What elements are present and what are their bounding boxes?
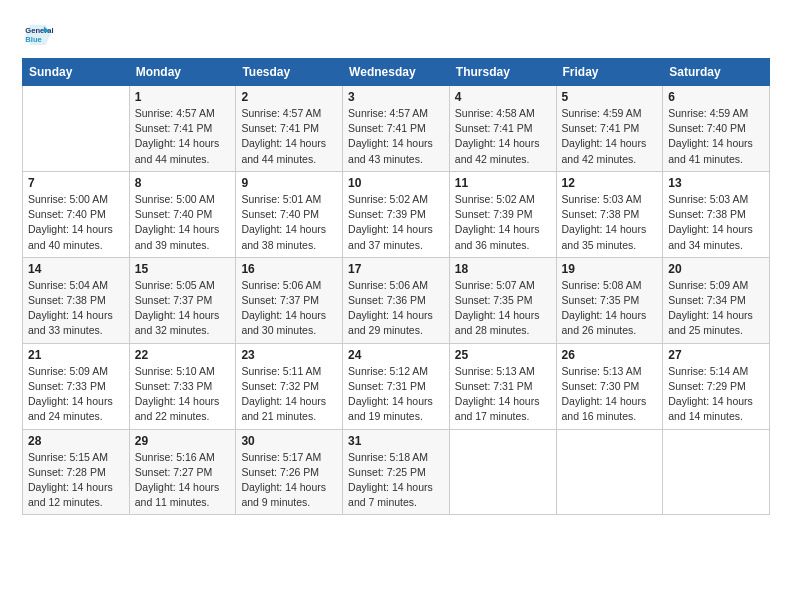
sunset-text: Sunset: 7:41 PM <box>135 122 213 134</box>
day-info: Sunrise: 4:59 AMSunset: 7:40 PMDaylight:… <box>668 106 764 167</box>
svg-text:Blue: Blue <box>25 35 41 44</box>
daylight-minutes: and 36 minutes. <box>455 239 530 251</box>
calendar-cell: 22Sunrise: 5:10 AMSunset: 7:33 PMDayligh… <box>129 343 236 429</box>
day-info: Sunrise: 5:13 AMSunset: 7:31 PMDaylight:… <box>455 364 551 425</box>
day-info: Sunrise: 5:03 AMSunset: 7:38 PMDaylight:… <box>668 192 764 253</box>
sunrise-text: Sunrise: 4:57 AM <box>241 107 321 119</box>
calendar-cell: 2Sunrise: 4:57 AMSunset: 7:41 PMDaylight… <box>236 86 343 172</box>
daylight-hours: Daylight: 14 hours <box>562 395 647 407</box>
daylight-hours: Daylight: 14 hours <box>241 223 326 235</box>
weekday-header-tuesday: Tuesday <box>236 59 343 86</box>
logo: General Blue <box>22 18 58 50</box>
day-number: 27 <box>668 348 764 362</box>
day-info: Sunrise: 4:58 AMSunset: 7:41 PMDaylight:… <box>455 106 551 167</box>
day-number: 7 <box>28 176 124 190</box>
daylight-hours: Daylight: 14 hours <box>135 395 220 407</box>
sunset-text: Sunset: 7:41 PM <box>455 122 533 134</box>
sunrise-text: Sunrise: 5:18 AM <box>348 451 428 463</box>
calendar-cell: 26Sunrise: 5:13 AMSunset: 7:30 PMDayligh… <box>556 343 663 429</box>
daylight-minutes: and 32 minutes. <box>135 324 210 336</box>
calendar-cell <box>556 429 663 515</box>
day-info: Sunrise: 4:57 AMSunset: 7:41 PMDaylight:… <box>135 106 231 167</box>
weekday-header-saturday: Saturday <box>663 59 770 86</box>
calendar-cell: 21Sunrise: 5:09 AMSunset: 7:33 PMDayligh… <box>23 343 130 429</box>
day-number: 5 <box>562 90 658 104</box>
day-number: 14 <box>28 262 124 276</box>
daylight-minutes: and 33 minutes. <box>28 324 103 336</box>
day-info: Sunrise: 5:01 AMSunset: 7:40 PMDaylight:… <box>241 192 337 253</box>
calendar-cell: 19Sunrise: 5:08 AMSunset: 7:35 PMDayligh… <box>556 257 663 343</box>
daylight-hours: Daylight: 14 hours <box>348 481 433 493</box>
daylight-minutes: and 39 minutes. <box>135 239 210 251</box>
day-number: 23 <box>241 348 337 362</box>
day-number: 13 <box>668 176 764 190</box>
calendar-cell: 24Sunrise: 5:12 AMSunset: 7:31 PMDayligh… <box>343 343 450 429</box>
daylight-hours: Daylight: 14 hours <box>241 309 326 321</box>
daylight-minutes: and 11 minutes. <box>135 496 210 508</box>
sunset-text: Sunset: 7:34 PM <box>668 294 746 306</box>
daylight-hours: Daylight: 14 hours <box>241 137 326 149</box>
sunrise-text: Sunrise: 5:13 AM <box>455 365 535 377</box>
day-info: Sunrise: 5:16 AMSunset: 7:27 PMDaylight:… <box>135 450 231 511</box>
sunrise-text: Sunrise: 5:02 AM <box>348 193 428 205</box>
day-number: 3 <box>348 90 444 104</box>
calendar-cell: 16Sunrise: 5:06 AMSunset: 7:37 PMDayligh… <box>236 257 343 343</box>
sunset-text: Sunset: 7:37 PM <box>135 294 213 306</box>
day-info: Sunrise: 5:17 AMSunset: 7:26 PMDaylight:… <box>241 450 337 511</box>
daylight-hours: Daylight: 14 hours <box>135 137 220 149</box>
day-info: Sunrise: 5:18 AMSunset: 7:25 PMDaylight:… <box>348 450 444 511</box>
day-info: Sunrise: 5:09 AMSunset: 7:33 PMDaylight:… <box>28 364 124 425</box>
day-number: 30 <box>241 434 337 448</box>
calendar-cell <box>23 86 130 172</box>
calendar-cell: 31Sunrise: 5:18 AMSunset: 7:25 PMDayligh… <box>343 429 450 515</box>
calendar-cell: 14Sunrise: 5:04 AMSunset: 7:38 PMDayligh… <box>23 257 130 343</box>
sunrise-text: Sunrise: 5:11 AM <box>241 365 321 377</box>
sunset-text: Sunset: 7:28 PM <box>28 466 106 478</box>
daylight-minutes: and 24 minutes. <box>28 410 103 422</box>
sunrise-text: Sunrise: 5:01 AM <box>241 193 321 205</box>
day-number: 26 <box>562 348 658 362</box>
day-info: Sunrise: 5:12 AMSunset: 7:31 PMDaylight:… <box>348 364 444 425</box>
calendar-cell: 29Sunrise: 5:16 AMSunset: 7:27 PMDayligh… <box>129 429 236 515</box>
day-info: Sunrise: 5:00 AMSunset: 7:40 PMDaylight:… <box>28 192 124 253</box>
day-number: 25 <box>455 348 551 362</box>
sunset-text: Sunset: 7:27 PM <box>135 466 213 478</box>
day-number: 15 <box>135 262 231 276</box>
sunset-text: Sunset: 7:41 PM <box>348 122 426 134</box>
calendar-cell: 20Sunrise: 5:09 AMSunset: 7:34 PMDayligh… <box>663 257 770 343</box>
day-number: 8 <box>135 176 231 190</box>
daylight-hours: Daylight: 14 hours <box>668 137 753 149</box>
day-number: 2 <box>241 90 337 104</box>
daylight-hours: Daylight: 14 hours <box>135 223 220 235</box>
day-number: 31 <box>348 434 444 448</box>
sunset-text: Sunset: 7:40 PM <box>241 208 319 220</box>
daylight-hours: Daylight: 14 hours <box>455 137 540 149</box>
daylight-hours: Daylight: 14 hours <box>562 223 647 235</box>
daylight-hours: Daylight: 14 hours <box>562 137 647 149</box>
daylight-minutes: and 12 minutes. <box>28 496 103 508</box>
daylight-minutes: and 34 minutes. <box>668 239 743 251</box>
day-info: Sunrise: 5:08 AMSunset: 7:35 PMDaylight:… <box>562 278 658 339</box>
sunset-text: Sunset: 7:26 PM <box>241 466 319 478</box>
calendar-cell: 13Sunrise: 5:03 AMSunset: 7:38 PMDayligh… <box>663 171 770 257</box>
daylight-hours: Daylight: 14 hours <box>241 481 326 493</box>
day-info: Sunrise: 5:02 AMSunset: 7:39 PMDaylight:… <box>348 192 444 253</box>
day-number: 11 <box>455 176 551 190</box>
sunset-text: Sunset: 7:30 PM <box>562 380 640 392</box>
daylight-minutes: and 19 minutes. <box>348 410 423 422</box>
calendar-week-3: 14Sunrise: 5:04 AMSunset: 7:38 PMDayligh… <box>23 257 770 343</box>
sunset-text: Sunset: 7:38 PM <box>28 294 106 306</box>
sunrise-text: Sunrise: 4:57 AM <box>135 107 215 119</box>
sunrise-text: Sunrise: 4:59 AM <box>668 107 748 119</box>
calendar-cell: 25Sunrise: 5:13 AMSunset: 7:31 PMDayligh… <box>449 343 556 429</box>
daylight-minutes: and 44 minutes. <box>135 153 210 165</box>
day-number: 12 <box>562 176 658 190</box>
sunrise-text: Sunrise: 5:02 AM <box>455 193 535 205</box>
sunrise-text: Sunrise: 5:04 AM <box>28 279 108 291</box>
day-number: 19 <box>562 262 658 276</box>
daylight-hours: Daylight: 14 hours <box>455 223 540 235</box>
calendar-week-1: 1Sunrise: 4:57 AMSunset: 7:41 PMDaylight… <box>23 86 770 172</box>
daylight-hours: Daylight: 14 hours <box>28 481 113 493</box>
calendar-cell: 11Sunrise: 5:02 AMSunset: 7:39 PMDayligh… <box>449 171 556 257</box>
day-number: 16 <box>241 262 337 276</box>
